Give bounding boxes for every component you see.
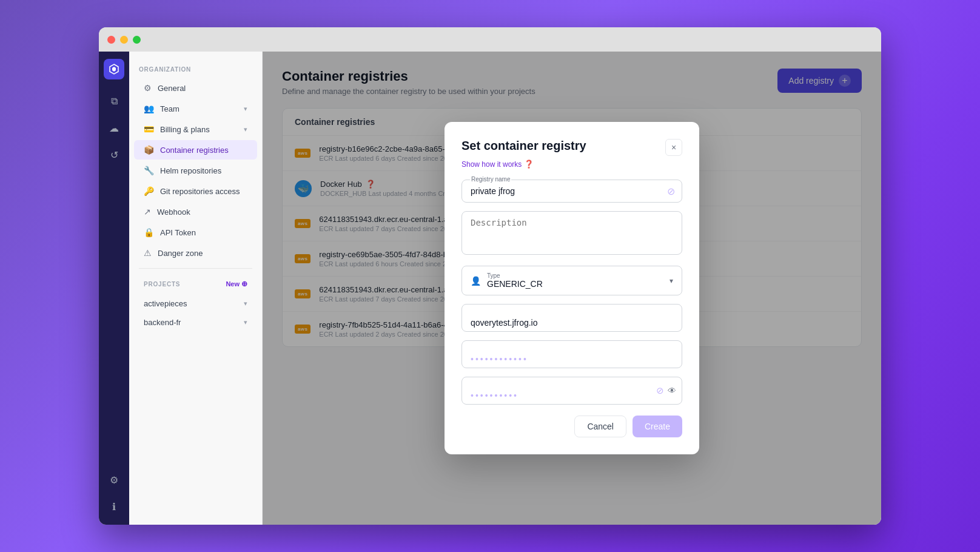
settings-nav-icon[interactable]: ⚙: [103, 469, 125, 491]
description-textarea[interactable]: [461, 211, 682, 255]
sidebar-label-git-repositories: Git repositories access: [160, 187, 240, 196]
billing-icon: 💳: [144, 124, 154, 134]
set-container-registry-modal: Set container registry × Show how it wor…: [445, 122, 699, 454]
clear-registry-name-icon[interactable]: ⊘: [667, 186, 675, 197]
project-item-backend-fr[interactable]: backend-fr ▾: [134, 314, 257, 331]
show-how-it-works-link[interactable]: Show how it works ❓: [461, 160, 682, 169]
sidebar-item-webhook[interactable]: ↗ Webhook: [134, 202, 257, 221]
helm-icon: 🔧: [144, 166, 154, 175]
description-field-group: [461, 211, 682, 257]
sidebar-item-general[interactable]: ⚙ General: [134, 78, 257, 98]
sidebar-label-danger-zone: Danger zone: [158, 249, 203, 258]
project-chevron-activepieces: ▾: [244, 300, 247, 308]
sidebar-item-billing[interactable]: 💳 Billing & plans ▾: [134, 119, 257, 139]
container-registries-icon: 📦: [144, 145, 154, 155]
sidebar-item-helm-repositories[interactable]: 🔧 Helm repositories: [134, 161, 257, 180]
modal-actions: Cancel Create: [461, 416, 682, 437]
sidebar-label-general: General: [158, 84, 186, 93]
registry-name-input[interactable]: [461, 180, 682, 203]
projects-header: PROJECTS New ⊕: [134, 276, 257, 292]
organization-section-label: ORGANIZATION: [129, 66, 262, 73]
modal-header: Set container registry ×: [461, 139, 682, 156]
show-how-label: Show how it works: [461, 160, 522, 169]
nav-divider: [139, 268, 252, 269]
info-nav-icon[interactable]: ℹ: [103, 496, 125, 517]
password-field-group: Password (optional) ⊘ 👁: [461, 377, 682, 405]
history-nav-icon[interactable]: ↺: [103, 144, 125, 166]
sidebar-item-git-repositories[interactable]: 🔑 Git repositories access: [134, 181, 257, 201]
close-button[interactable]: [107, 36, 115, 44]
question-circle-icon: ❓: [524, 160, 534, 169]
projects-new-button[interactable]: New ⊕: [226, 280, 247, 288]
type-label: Type: [487, 272, 543, 279]
type-value: GENERIC_CR: [487, 279, 543, 289]
toggle-password-icon[interactable]: 👁: [668, 386, 676, 395]
modal-overlay: Set container registry × Show how it wor…: [263, 52, 881, 525]
main-content: Container registries Define and manage t…: [263, 52, 881, 525]
cloud-nav-icon[interactable]: ☁: [103, 117, 125, 139]
team-chevron-icon: ▾: [244, 105, 247, 113]
project-label-backend-fr: backend-fr: [144, 318, 181, 327]
registry-url-field-group: Registry url: [461, 304, 682, 332]
clear-password-icon[interactable]: ⊘: [656, 385, 664, 396]
icon-sidebar: ⧉ ☁ ↺ ⚙ ℹ: [99, 52, 129, 525]
sidebar-label-billing: Billing & plans: [160, 125, 210, 134]
app-window: ⧉ ☁ ↺ ⚙ ℹ ORGANIZATION ⚙ General 👥 Team …: [99, 27, 881, 525]
cancel-button[interactable]: Cancel: [574, 416, 626, 437]
minimize-button[interactable]: [120, 36, 128, 44]
sidebar-label-helm-repositories: Helm repositories: [160, 166, 221, 175]
titlebar: [99, 27, 881, 52]
project-label-activepieces: activepieces: [144, 299, 187, 308]
sidebar-label-api-token: API Token: [160, 228, 196, 237]
modal-title: Set container registry: [461, 139, 586, 153]
username-field-group: Username (optional): [461, 340, 682, 368]
maximize-button[interactable]: [133, 36, 141, 44]
sidebar-item-team[interactable]: 👥 Team ▾: [134, 99, 257, 118]
type-field-group: 👤 Type GENERIC_CR ▾: [461, 266, 682, 295]
username-input[interactable]: [461, 340, 682, 368]
password-input[interactable]: [461, 377, 682, 405]
sidebar-label-team: Team: [160, 104, 180, 113]
api-token-icon: 🔒: [144, 227, 154, 237]
project-item-activepieces[interactable]: activepieces ▾: [134, 295, 257, 312]
git-icon: 🔑: [144, 186, 154, 196]
sidebar-item-api-token[interactable]: 🔒 API Token: [134, 223, 257, 242]
svg-marker-1: [112, 67, 116, 72]
plus-circle-icon: ⊕: [241, 280, 247, 288]
nav-sidebar: ORGANIZATION ⚙ General 👥 Team ▾ 💳 Billin…: [129, 52, 263, 525]
projects-section-label: PROJECTS: [144, 281, 180, 288]
sidebar-label-container-registries: Container registries: [160, 146, 229, 155]
sidebar-item-danger-zone[interactable]: ⚠ Danger zone: [134, 243, 257, 263]
create-button[interactable]: Create: [633, 416, 682, 437]
billing-chevron-icon: ▾: [244, 126, 247, 133]
danger-icon: ⚠: [144, 248, 152, 258]
type-select-icon: 👤: [471, 276, 481, 286]
registry-name-field-group: ⊘ Registry name: [461, 180, 682, 203]
project-chevron-backend-fr: ▾: [244, 318, 247, 326]
registry-url-input[interactable]: [461, 304, 682, 332]
password-icons: ⊘ 👁: [656, 385, 676, 396]
team-icon: 👥: [144, 104, 154, 113]
type-chevron-icon: ▾: [670, 277, 673, 285]
sidebar-item-container-registries[interactable]: 📦 Container registries: [134, 140, 257, 160]
layers-nav-icon[interactable]: ⧉: [103, 90, 125, 112]
app-logo[interactable]: [104, 59, 124, 79]
general-icon: ⚙: [144, 83, 152, 93]
type-select[interactable]: 👤 Type GENERIC_CR ▾: [461, 266, 682, 295]
sidebar-label-webhook: Webhook: [157, 207, 190, 217]
modal-close-button[interactable]: ×: [665, 139, 682, 156]
webhook-icon: ↗: [144, 207, 151, 217]
